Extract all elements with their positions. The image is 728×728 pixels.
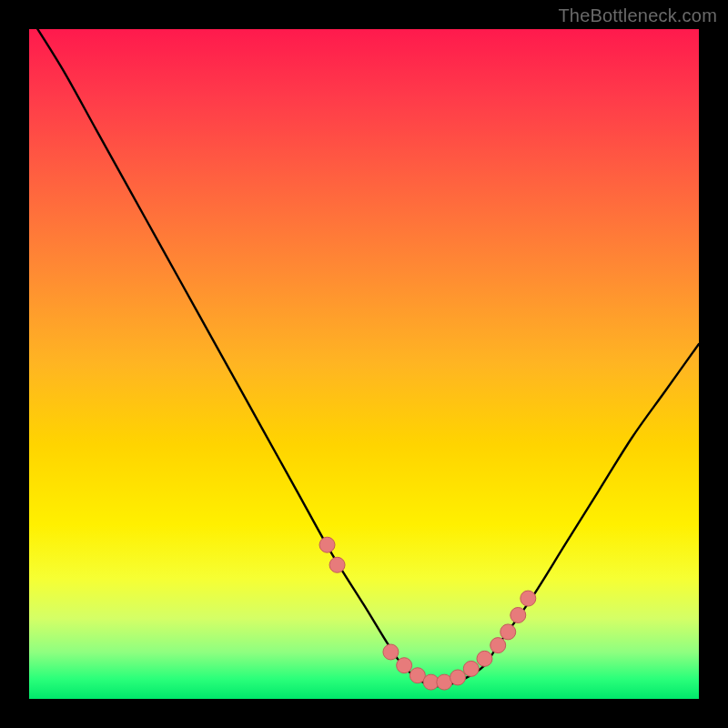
highlight-dot [450, 670, 466, 685]
highlight-dot [477, 651, 492, 666]
highlight-dot [463, 661, 479, 676]
highlight-dot [500, 624, 516, 640]
bottleneck-curve [29, 29, 699, 686]
highlight-dot [329, 557, 345, 572]
highlight-dot [319, 537, 335, 552]
chart-root: TheBottleneck.com [0, 0, 728, 728]
watermark-text: TheBottleneck.com [558, 5, 717, 26]
highlight-dot [511, 608, 526, 623]
highlight-dots [319, 537, 536, 690]
highlight-dot [397, 658, 412, 673]
highlight-dot [521, 591, 536, 606]
curve-layer [29, 29, 699, 699]
plot-area [29, 29, 699, 699]
highlight-dot [490, 638, 506, 653]
highlight-dot [383, 644, 399, 660]
